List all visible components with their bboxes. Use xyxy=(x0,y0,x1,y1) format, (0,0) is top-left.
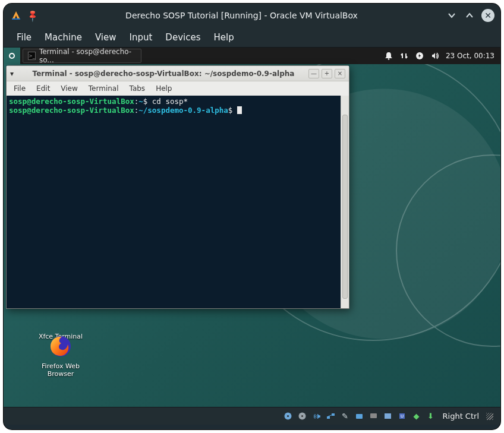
svg-point-12 xyxy=(301,415,303,417)
status-optical-icon[interactable] xyxy=(298,412,307,421)
status-mouse-integration-icon[interactable]: ◆ xyxy=(412,412,421,421)
status-shared-folders-icon[interactable] xyxy=(355,412,364,421)
desktop-icon-label: Firefox Web Browser xyxy=(33,362,88,378)
terminal-maximize-button[interactable]: + xyxy=(322,69,332,78)
terminal-menu-tabs[interactable]: Tabs xyxy=(125,83,150,94)
close-button[interactable]: ✕ xyxy=(481,9,494,22)
vb-menu-devices[interactable]: Devices xyxy=(159,30,206,45)
status-recording-icon[interactable] xyxy=(383,412,393,421)
network-icon[interactable] xyxy=(399,51,409,61)
vb-menu-view[interactable]: View xyxy=(89,30,122,45)
status-audio-icon[interactable]: 🕪 xyxy=(312,412,322,421)
svg-marker-0 xyxy=(12,11,20,20)
virtualbox-app-icon xyxy=(10,9,23,22)
firefox-icon xyxy=(47,333,74,360)
resize-gripper-icon[interactable] xyxy=(486,413,493,420)
terminal-menu-help[interactable]: Help xyxy=(151,83,177,94)
terminal-close-button[interactable]: × xyxy=(335,69,345,78)
status-display-icon[interactable] xyxy=(369,412,379,421)
terminal-body[interactable]: sosp@derecho-sosp-VirtualBox:~$ cd sosp*… xyxy=(7,96,349,308)
terminal-line: sosp@derecho-sosp-VirtualBox:~/sospdemo-… xyxy=(9,106,338,115)
notifications-icon[interactable] xyxy=(384,51,393,61)
status-keyboard-icon[interactable]: ⬇ xyxy=(426,412,436,421)
status-cpu-icon[interactable]: U xyxy=(398,412,407,421)
terminal-menu-edit[interactable]: Edit xyxy=(32,83,55,94)
terminal-title: Terminal - sosp@derecho-sosp-VirtualBox:… xyxy=(18,69,308,78)
svg-rect-5 xyxy=(402,53,403,58)
volume-icon[interactable] xyxy=(430,51,440,61)
svg-rect-1 xyxy=(12,18,20,20)
vb-menu-input[interactable]: Input xyxy=(124,30,159,45)
svg-rect-6 xyxy=(405,53,407,58)
vb-menu-file[interactable]: File xyxy=(11,30,37,45)
terminal-cursor xyxy=(237,106,242,114)
maximize-button[interactable] xyxy=(464,10,475,21)
svg-point-10 xyxy=(287,415,289,417)
svg-rect-17 xyxy=(385,413,391,419)
vb-menu-help[interactable]: Help xyxy=(207,30,240,45)
vb-menu-machine[interactable]: Machine xyxy=(39,30,88,45)
panel-clock[interactable]: 23 Oct, 00:13 xyxy=(446,52,494,60)
terminal-menu-view[interactable]: View xyxy=(56,83,82,94)
status-usb-icon[interactable]: ✎ xyxy=(341,412,350,421)
terminal-task-icon: >_ xyxy=(28,52,36,60)
svg-point-4 xyxy=(388,58,390,60)
svg-rect-15 xyxy=(356,414,363,419)
minimize-button[interactable] xyxy=(446,10,458,21)
terminal-titlebar[interactable]: ▾ Terminal - sosp@derecho-sosp-VirtualBo… xyxy=(7,66,349,81)
guest-desktop: >_ Terminal - sosp@derecho-so... 23 Oct,… xyxy=(4,48,500,407)
taskbar-item-terminal[interactable]: >_ Terminal - sosp@derecho-so... xyxy=(23,49,141,63)
virtualbox-window: 📌 Derecho SOSP Tutorial [Running] - Orac… xyxy=(4,4,500,429)
status-network-icon[interactable] xyxy=(326,412,336,421)
vb-window-title: Derecho SOSP Tutorial [Running] - Oracle… xyxy=(37,11,446,20)
status-harddisk-icon[interactable] xyxy=(284,412,293,421)
power-icon[interactable] xyxy=(415,51,424,61)
svg-point-3 xyxy=(10,54,14,58)
terminal-line: sosp@derecho-sosp-VirtualBox:~$ cd sosp* xyxy=(9,97,338,106)
vb-statusbar: 🕪 ✎ U ◆ ⬇ Right Ctrl xyxy=(4,407,500,425)
terminal-window[interactable]: ▾ Terminal - sosp@derecho-sosp-VirtualBo… xyxy=(6,65,349,309)
terminal-menubar: File Edit View Terminal Tabs Help xyxy=(7,81,349,96)
svg-rect-16 xyxy=(370,413,377,418)
scrollbar-thumb[interactable] xyxy=(342,115,348,299)
system-tray: 23 Oct, 00:13 xyxy=(378,51,500,61)
applications-menu-icon[interactable] xyxy=(4,48,20,64)
desktop-icon-firefox[interactable]: Firefox Web Browser xyxy=(33,333,88,378)
vb-menubar: File Machine View Input Devices Help xyxy=(4,27,500,48)
terminal-scrollbar[interactable] xyxy=(341,96,349,308)
svg-rect-13 xyxy=(327,416,330,419)
terminal-menu-terminal[interactable]: Terminal xyxy=(84,83,124,94)
svg-text:U: U xyxy=(401,414,404,419)
terminal-menu-file[interactable]: File xyxy=(9,83,30,94)
terminal-menu-indicator-icon[interactable]: ▾ xyxy=(10,69,18,78)
terminal-output[interactable]: sosp@derecho-sosp-VirtualBox:~$ cd sosp*… xyxy=(7,96,341,308)
guest-panel: >_ Terminal - sosp@derecho-so... 23 Oct,… xyxy=(4,48,500,64)
terminal-minimize-button[interactable]: — xyxy=(308,69,319,78)
task-label: Terminal - sosp@derecho-so... xyxy=(39,48,136,64)
host-key-label: Right Ctrl xyxy=(443,412,480,421)
vb-titlebar[interactable]: 📌 Derecho SOSP Tutorial [Running] - Orac… xyxy=(4,4,500,27)
